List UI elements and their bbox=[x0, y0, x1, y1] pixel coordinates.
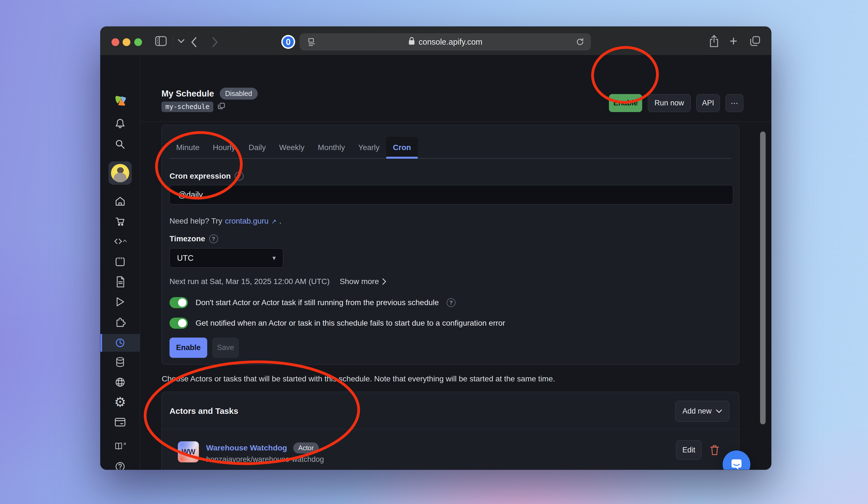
home-icon[interactable] bbox=[113, 195, 127, 208]
tab-minute[interactable]: Minute bbox=[169, 137, 206, 158]
main-panel: My Schedule Disabled my-schedule Enable … bbox=[140, 55, 771, 470]
timezone-select[interactable]: UTC ▾ bbox=[169, 248, 283, 268]
chevron-down-icon[interactable] bbox=[177, 39, 185, 43]
account-avatar[interactable] bbox=[108, 162, 132, 185]
actor-path: honzajavorek/warehouse-watchdog bbox=[206, 455, 324, 464]
close-window-button[interactable] bbox=[112, 38, 119, 46]
toggle1-help-icon[interactable]: ? bbox=[447, 298, 455, 307]
dont-start-toggle[interactable] bbox=[169, 297, 188, 308]
billing-card-icon[interactable] bbox=[113, 415, 127, 429]
tab-hourly[interactable]: Hourly bbox=[206, 137, 242, 158]
minimize-window-button[interactable] bbox=[123, 38, 131, 46]
external-link-icon: ↗ bbox=[271, 218, 276, 225]
show-more-button[interactable]: Show more bbox=[340, 277, 386, 286]
add-new-label: Add new bbox=[682, 407, 712, 415]
store-cart-icon[interactable] bbox=[113, 215, 127, 228]
development-code-icon[interactable] bbox=[113, 235, 127, 248]
sidebar: ⚙ » bbox=[101, 55, 140, 470]
chat-bubble-icon bbox=[730, 458, 743, 470]
sidebar-toggle-icon[interactable] bbox=[155, 35, 167, 47]
refresh-icon[interactable] bbox=[575, 37, 585, 49]
header-actions: Enable Run now API ⋯ bbox=[609, 94, 743, 112]
lock-icon bbox=[408, 37, 415, 48]
tab-monthly[interactable]: Monthly bbox=[311, 137, 352, 158]
toggle-row-1: Don't start Actor or Actor task if still… bbox=[169, 297, 455, 308]
notify-label: Get notified when an Actor or task in th… bbox=[196, 319, 505, 328]
timezone-label-row: Timezone ? bbox=[169, 234, 218, 243]
actors-icon[interactable] bbox=[113, 255, 127, 268]
help-icon[interactable] bbox=[113, 460, 127, 470]
actor-avatar[interactable]: WW bbox=[178, 441, 199, 462]
delete-actor-trash-icon[interactable] bbox=[710, 445, 720, 457]
cron-help-line: Need help? Try crontab.guru ↗ . bbox=[169, 217, 281, 226]
tab-overview-icon[interactable] bbox=[749, 35, 761, 47]
tab-weekly[interactable]: Weekly bbox=[272, 137, 311, 158]
integrations-puzzle-icon[interactable] bbox=[113, 315, 127, 328]
share-icon[interactable] bbox=[709, 34, 720, 48]
notify-toggle[interactable] bbox=[169, 318, 188, 329]
avatar-photo bbox=[111, 164, 129, 182]
onepassword-icon[interactable] bbox=[281, 35, 295, 49]
next-run-text: Next run at Sat, Mar 15, 2025 12:00 AM (… bbox=[169, 277, 330, 286]
add-new-button[interactable]: Add new bbox=[675, 401, 729, 422]
zoom-window-button[interactable] bbox=[134, 38, 142, 46]
browser-window: console.apify.com + bbox=[101, 27, 771, 470]
actors-card: Actors and Tasks Add new WW Warehouse Wa… bbox=[162, 392, 739, 470]
page-content: ⚙ » bbox=[101, 55, 771, 470]
form-save-button[interactable]: Save bbox=[212, 338, 239, 358]
help-text: Need help? Try bbox=[169, 217, 222, 226]
back-icon[interactable] bbox=[190, 36, 198, 48]
edit-actor-button[interactable]: Edit bbox=[676, 440, 702, 460]
help-text-period: . bbox=[279, 217, 281, 226]
vertical-scrollbar[interactable] bbox=[760, 132, 766, 424]
storage-database-icon[interactable] bbox=[113, 356, 127, 369]
schedule-settings-card: Minute Hourly Daily Weekly Monthly Yearl… bbox=[162, 125, 739, 365]
cron-expression-value: @daily bbox=[178, 190, 203, 199]
schedule-note: Choose Actors or tasks that will be star… bbox=[162, 374, 555, 383]
more-options-button[interactable]: ⋯ bbox=[725, 94, 743, 112]
actor-initials: WW bbox=[182, 448, 195, 456]
cron-expression-label-row: Cron expression ? bbox=[169, 172, 244, 181]
cron-expression-label: Cron expression bbox=[169, 172, 231, 181]
enable-button[interactable]: Enable bbox=[609, 94, 642, 112]
api-button[interactable]: API bbox=[696, 94, 720, 112]
new-tab-icon[interactable]: + bbox=[730, 35, 737, 47]
runs-play-icon[interactable] bbox=[113, 295, 127, 308]
form-enable-button[interactable]: Enable bbox=[169, 338, 207, 358]
tab-yearly[interactable]: Yearly bbox=[352, 137, 386, 158]
search-icon[interactable] bbox=[113, 137, 127, 151]
timezone-value: UTC bbox=[177, 254, 194, 263]
next-run-row: Next run at Sat, Mar 15, 2025 12:00 AM (… bbox=[169, 277, 386, 286]
apify-logo-icon[interactable] bbox=[113, 95, 127, 108]
url-text: console.apify.com bbox=[418, 38, 483, 47]
actor-name-link[interactable]: Warehouse Watchdog bbox=[206, 443, 287, 452]
cron-help-icon[interactable]: ? bbox=[235, 172, 244, 181]
saved-tasks-document-icon[interactable] bbox=[113, 275, 127, 288]
tab-cron[interactable]: Cron bbox=[386, 137, 417, 158]
forward-icon[interactable] bbox=[211, 36, 219, 48]
run-now-button[interactable]: Run now bbox=[648, 94, 691, 112]
actors-card-title: Actors and Tasks bbox=[169, 407, 238, 416]
documentation-book-icon[interactable] bbox=[113, 440, 127, 453]
tab-daily[interactable]: Daily bbox=[242, 137, 272, 158]
form-buttons: Enable Save bbox=[169, 338, 239, 358]
dont-start-label: Don't start Actor or Actor task if still… bbox=[196, 298, 439, 307]
status-badge: Disabled bbox=[220, 88, 258, 100]
proxy-globe-icon[interactable] bbox=[113, 376, 127, 389]
chevron-right-icon bbox=[382, 278, 386, 285]
reader-view-icon[interactable] bbox=[307, 37, 317, 49]
settings-gear-icon[interactable]: ⚙ bbox=[113, 395, 127, 409]
url-bar[interactable]: console.apify.com bbox=[300, 33, 591, 51]
page-header: My Schedule Disabled bbox=[162, 88, 258, 100]
timezone-label: Timezone bbox=[169, 234, 205, 243]
chevron-down-icon bbox=[716, 409, 722, 413]
actor-title-row: Warehouse Watchdog Actor bbox=[206, 442, 319, 453]
copy-icon[interactable] bbox=[217, 102, 226, 112]
crontab-guru-link[interactable]: crontab.guru bbox=[225, 217, 269, 226]
timezone-help-icon[interactable]: ? bbox=[209, 234, 218, 243]
schedule-type-tabs: Minute Hourly Daily Weekly Monthly Yearl… bbox=[169, 137, 731, 159]
schedules-clock-icon[interactable] bbox=[113, 336, 127, 350]
cron-expression-input[interactable]: @daily bbox=[169, 185, 733, 204]
select-caret-icon: ▾ bbox=[272, 254, 276, 262]
notifications-bell-icon[interactable] bbox=[113, 117, 127, 130]
